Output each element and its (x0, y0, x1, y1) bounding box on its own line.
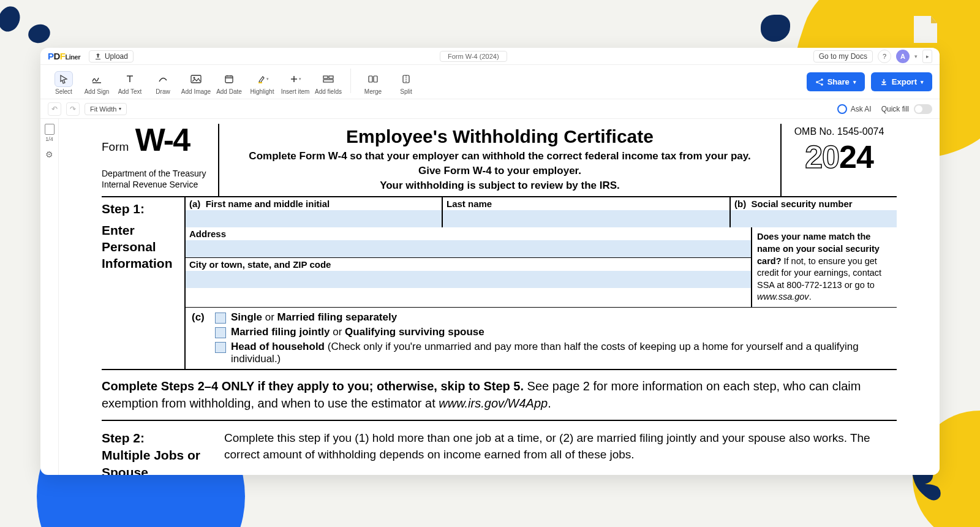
form-header: Form W-4 Department of the Treasury Inte… (102, 124, 897, 197)
upload-button[interactable]: Upload (89, 50, 134, 63)
add-date-tool[interactable]: Add Date (213, 69, 245, 95)
undo-button[interactable]: ↶ (48, 102, 61, 116)
insert-item-tool[interactable]: ▾ Insert item (279, 69, 311, 95)
head-of-household-checkbox[interactable] (215, 342, 226, 353)
upload-label: Upload (105, 52, 128, 61)
svg-rect-7 (369, 76, 372, 82)
add-image-tool[interactable]: Add Image (180, 69, 212, 95)
signature-icon (88, 71, 106, 87)
svg-rect-4 (323, 76, 328, 78)
quick-fill-switch[interactable] (914, 104, 932, 114)
text-icon (121, 71, 139, 87)
step-title: Multiple Jobs or Spouse (102, 447, 219, 475)
highlight-tool[interactable]: ▾ Highlight (246, 69, 278, 95)
form-w4: Form W-4 Department of the Treasury Inte… (102, 124, 897, 475)
app-window: PDFLiner Upload Form W-4 (2024) Go to my… (40, 48, 940, 475)
step-title: Enter Personal Information (102, 222, 182, 272)
form-word: Form (102, 140, 129, 154)
merge-icon (364, 71, 382, 87)
zoom-select[interactable]: Fit Width ▾ (85, 103, 127, 115)
share-button[interactable]: Share ▾ (807, 72, 865, 91)
highlighter-icon: ▾ (253, 71, 271, 87)
upload-icon (94, 53, 102, 60)
pencil-icon (154, 71, 172, 87)
export-button[interactable]: Export ▾ (871, 72, 932, 91)
merge-tool[interactable]: Merge (357, 69, 389, 95)
toolbar: Select Add Sign Add Text Draw Add Image (40, 65, 940, 99)
ssn-note: Does your name match the name on your so… (751, 227, 897, 306)
decorative-blob (761, 15, 790, 42)
last-name-field[interactable] (443, 210, 729, 227)
svg-point-11 (821, 78, 823, 81)
gear-icon: ⚙ (45, 150, 53, 159)
chevron-down-icon: ▾ (119, 106, 121, 112)
share-icon (815, 78, 824, 86)
dept-line: Internal Revenue Service (102, 180, 214, 191)
collapse-button[interactable]: ▸ (922, 50, 932, 63)
ask-ai-button[interactable]: Ask AI (837, 104, 872, 114)
cursor-icon (55, 71, 73, 87)
download-icon (880, 78, 888, 86)
chevron-down-icon: ▾ (921, 79, 924, 85)
toolbar-separator (350, 69, 351, 93)
city-state-zip-field[interactable] (186, 271, 751, 288)
go-to-docs-button[interactable]: Go to my Docs (813, 50, 873, 63)
svg-rect-8 (374, 76, 377, 82)
step-1: Step 1: Enter Personal Information (a) F… (102, 197, 897, 370)
split-tool[interactable]: Split (390, 69, 422, 95)
page-icon (45, 124, 55, 135)
draw-tool[interactable]: Draw (147, 69, 179, 95)
decorative-blob (0, 0, 67, 55)
omb-number: OMB No. 1545-0074 (785, 126, 893, 137)
single-checkbox[interactable] (215, 313, 226, 324)
document-canvas[interactable]: Form W-4 Department of the Treasury Inte… (59, 119, 940, 475)
step-text: Complete this step if you (1) hold more … (224, 430, 897, 463)
svg-rect-6 (323, 80, 333, 82)
svg-point-1 (194, 77, 195, 79)
document-title[interactable]: Form W-4 (2024) (440, 51, 507, 62)
settings-button[interactable]: ⚙ (45, 150, 53, 159)
add-sign-tool[interactable]: Add Sign (81, 69, 113, 95)
first-name-field[interactable] (186, 210, 442, 227)
form-subtitle: Your withholding is subject to review by… (225, 178, 774, 193)
help-button[interactable]: ? (878, 50, 891, 63)
dept-line: Department of the Treasury (102, 169, 214, 180)
step-label: Step 2: (102, 430, 219, 447)
step-note: Complete Steps 2–4 ONLY if they apply to… (102, 370, 897, 421)
brand-logo[interactable]: PDFLiner (48, 51, 80, 61)
pdf-logo-icon (907, 11, 943, 48)
add-fields-tool[interactable]: Add fields (312, 69, 344, 95)
avatar[interactable]: A (896, 50, 910, 63)
left-rail: 1/4 ⚙ (40, 119, 59, 475)
address-field[interactable] (186, 240, 751, 257)
form-subtitle: Give Form W-4 to your employer. (225, 164, 774, 178)
add-text-tool[interactable]: Add Text (114, 69, 146, 95)
redo-button[interactable]: ↷ (66, 102, 80, 116)
topbar: PDFLiner Upload Form W-4 (2024) Go to my… (40, 48, 940, 65)
svg-rect-5 (329, 76, 333, 78)
calendar-icon (220, 71, 238, 87)
fields-icon (319, 71, 337, 87)
split-icon (397, 71, 415, 87)
ssn-field[interactable] (731, 210, 897, 227)
workspace: 1/4 ⚙ Form W-4 Department of the Treasur… (40, 119, 940, 475)
ai-icon (837, 104, 847, 114)
form-title: Employee's Withholding Certificate (225, 126, 774, 147)
married-jointly-checkbox[interactable] (215, 327, 226, 338)
svg-rect-3 (258, 82, 262, 83)
select-tool[interactable]: Select (48, 69, 80, 95)
subtoolbar: ↶ ↷ Fit Width ▾ Ask AI Quick fill (40, 99, 940, 119)
svg-rect-2 (225, 76, 233, 83)
quick-fill-toggle: Quick fill (881, 104, 932, 114)
form-subtitle: Complete Form W-4 so that your employer … (225, 149, 774, 164)
avatar-menu-caret[interactable]: ▾ (914, 53, 918, 59)
plus-icon: ▾ (286, 71, 304, 87)
svg-point-12 (821, 83, 823, 86)
page-thumbnails-button[interactable]: 1/4 (45, 124, 55, 142)
chevron-down-icon: ▾ (853, 79, 856, 85)
svg-point-10 (816, 81, 818, 83)
form-year: 2024 (785, 141, 893, 173)
image-icon (187, 71, 205, 87)
step-label: Step 1: (102, 201, 182, 218)
step-2: Step 2: Multiple Jobs or Spouse Complete… (102, 421, 897, 475)
